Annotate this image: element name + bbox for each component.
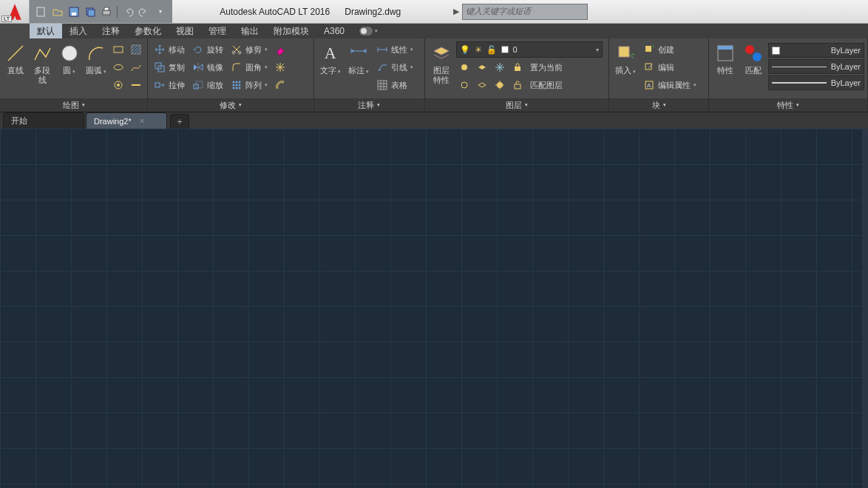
layuniso-icon[interactable] [474, 77, 490, 93]
point-icon[interactable] [128, 77, 144, 93]
tab-default[interactable]: 默认 [30, 24, 62, 38]
lineweight-dropdown[interactable]: ByLayer [768, 75, 864, 90]
panel-properties: 特性 匹配 ByLayer ByLayer ByLayer 特性▾ [709, 38, 868, 112]
hatch-icon[interactable] [128, 41, 144, 58]
svg-rect-5 [103, 10, 110, 15]
block-editattr-button[interactable]: A编辑属性▾ [640, 77, 699, 93]
panel-props-title[interactable]: 特性▾ [709, 98, 867, 112]
panel-annotate-title[interactable]: 注释▾ [314, 98, 424, 112]
arc-button[interactable]: 圆弧 [84, 41, 109, 77]
dim-button[interactable]: 标注 [345, 41, 372, 77]
panel-modify-title[interactable]: 修改▾ [148, 98, 313, 112]
doctab-start[interactable]: 开始 [3, 112, 84, 129]
ribbon-expand-button[interactable]: ▾ [355, 24, 382, 38]
panel-layers-title[interactable]: 图层▾ [425, 98, 609, 112]
svg-rect-35 [515, 67, 521, 71]
ellipse-icon[interactable] [110, 59, 126, 75]
makeCurrent-button[interactable]: 置为当前 [527, 59, 566, 75]
layer-color-swatch [501, 46, 509, 53]
polyline-button[interactable]: 多段线 [30, 41, 55, 87]
title-text: Autodesk AutoCAD LT 2016 Drawing2.dwg [172, 0, 449, 23]
rotate-button[interactable]: 旋转 [189, 41, 226, 58]
tab-a360[interactable]: A360 [316, 24, 352, 38]
app-name: Autodesk AutoCAD LT 2016 [220, 7, 330, 17]
match-button[interactable]: 匹配 [740, 41, 767, 77]
new-tab-button[interactable]: ＋ [170, 114, 189, 129]
search-arrow-icon[interactable]: ▶ [453, 7, 459, 16]
table-button[interactable]: 表格 [373, 77, 416, 93]
move-button[interactable]: 移动 [151, 41, 188, 58]
copy-button[interactable]: 复制 [151, 59, 188, 75]
svg-rect-16 [132, 84, 140, 86]
logo-badge: LT [1, 16, 12, 22]
new-icon[interactable] [35, 6, 47, 18]
tab-view[interactable]: 视图 [169, 24, 201, 38]
donut-icon[interactable] [110, 77, 126, 93]
search-wrap: ▶ 键入关键字或短语 [449, 0, 592, 23]
scale-button[interactable]: 缩放 [189, 77, 226, 93]
save-icon[interactable] [68, 6, 80, 18]
insert-button[interactable]: 插入 [612, 41, 639, 77]
panel-block-title[interactable]: 块▾ [609, 98, 708, 112]
undo-icon[interactable] [122, 6, 134, 18]
layer-dropdown[interactable]: 💡 ☀ 🔓 0 ▾ [456, 41, 603, 58]
layoff-icon[interactable] [456, 59, 472, 75]
svg-point-31 [236, 87, 238, 89]
tab-annotate[interactable]: 注释 [95, 24, 127, 38]
bulb-on-icon: 💡 [460, 45, 470, 55]
fillet-button[interactable]: 圆角▾ [228, 59, 271, 75]
close-icon[interactable]: ✕ [139, 117, 145, 125]
erase-icon[interactable] [272, 41, 288, 58]
svg-point-37 [497, 82, 503, 88]
search-input[interactable]: 键入关键字或短语 [462, 4, 588, 20]
svg-point-25 [236, 81, 238, 84]
spline-icon[interactable] [128, 59, 144, 75]
leader-button[interactable]: 引线▾ [373, 59, 416, 75]
tab-insert[interactable]: 插入 [62, 24, 95, 38]
tab-addons[interactable]: 附加模块 [266, 24, 316, 38]
mirror-button[interactable]: 镜像 [189, 59, 226, 75]
layon-icon[interactable] [456, 77, 472, 93]
svg-point-24 [233, 81, 235, 84]
svg-point-15 [117, 84, 120, 87]
offset-icon[interactable] [272, 77, 288, 93]
color-dropdown[interactable]: ByLayer [768, 43, 864, 58]
tab-output[interactable]: 输出 [234, 24, 266, 38]
redo-icon[interactable] [138, 6, 150, 18]
saveall-icon[interactable] [84, 6, 96, 18]
array-button[interactable]: 阵列▾ [228, 77, 271, 93]
line-button[interactable]: 直线 [3, 41, 28, 77]
doctab-drawing2[interactable]: Drawing2*✕ [86, 112, 167, 129]
svg-rect-39 [619, 47, 629, 57]
app-menu-button[interactable]: LT [0, 0, 30, 23]
svg-point-8 [361, 28, 367, 34]
open-icon[interactable] [52, 6, 64, 18]
layerprops-button[interactable]: 图层 特性 [428, 41, 455, 87]
svg-point-28 [236, 84, 238, 87]
drawing-canvas[interactable] [0, 129, 868, 488]
layunlock-icon[interactable] [509, 77, 526, 93]
stretch-button[interactable]: 拉伸 [151, 77, 188, 93]
doc-name: Drawing2.dwg [345, 7, 401, 17]
print-icon[interactable] [101, 6, 112, 18]
rect-icon[interactable] [110, 41, 126, 58]
tab-manage[interactable]: 管理 [201, 24, 234, 38]
layfrz-icon[interactable] [492, 59, 508, 75]
block-create-button[interactable]: 创建 [640, 41, 699, 58]
props-button[interactable]: 特性 [712, 41, 739, 77]
qat-dropdown-icon[interactable]: ▾ [155, 6, 166, 18]
matchLayer-button[interactable]: 匹配图层 [527, 77, 566, 93]
circle-button[interactable]: 圆 [57, 41, 82, 77]
panel-draw-title[interactable]: 绘图▾ [0, 98, 147, 112]
linear-button[interactable]: 线性▾ [373, 41, 416, 58]
block-edit-button[interactable]: 编辑 [640, 59, 699, 75]
layiso-icon[interactable] [474, 59, 490, 75]
laythw-icon[interactable] [492, 77, 508, 93]
scrollbar-vertical[interactable] [862, 129, 868, 488]
trim-button[interactable]: 修剪▾ [228, 41, 271, 58]
linetype-dropdown[interactable]: ByLayer [768, 59, 864, 74]
laylock-icon[interactable] [509, 59, 526, 75]
text-button[interactable]: A 文字 [317, 41, 344, 77]
tab-parametric[interactable]: 参数化 [127, 24, 169, 38]
explode-icon[interactable] [272, 59, 288, 75]
